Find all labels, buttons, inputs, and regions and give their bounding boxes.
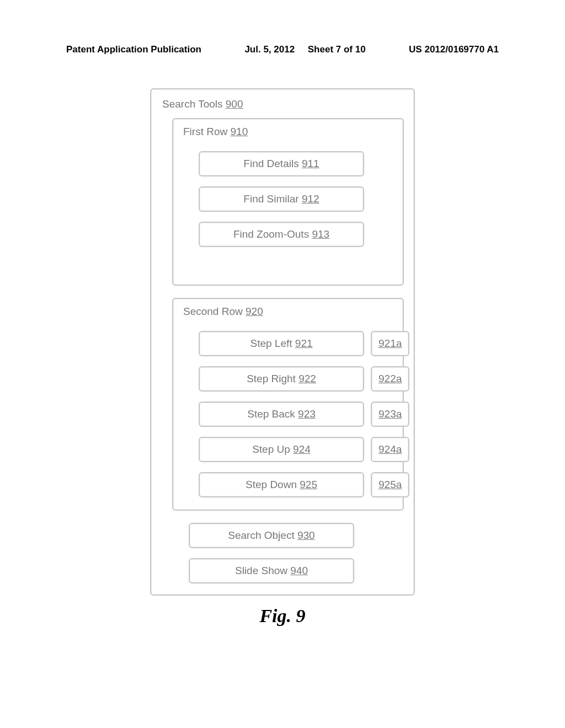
slide-show-label: Slide Show [235, 565, 287, 576]
header-sheet: Sheet 7 of 10 [308, 44, 366, 55]
step-right-ref: 922 [299, 373, 316, 384]
second-row-item: Step Down 925 925a [199, 472, 394, 497]
slide-show-ref: 940 [290, 565, 308, 576]
header-mid: Jul. 5, 2012 Sheet 7 of 10 [244, 44, 365, 55]
find-details-label: Find Details [243, 158, 299, 169]
step-back-aux: 923a [379, 408, 402, 420]
search-object-box: Search Object 930 [189, 523, 354, 548]
step-down-aux: 925a [379, 479, 402, 491]
search-tools-ref: 900 [226, 98, 243, 110]
second-row-item: Step Left 921 921a [199, 331, 394, 356]
first-row-item: Find Zoom-Outs 913 [199, 222, 394, 247]
step-up-aux-box: 924a [371, 437, 409, 462]
slide-show-box: Slide Show 940 [189, 558, 354, 584]
second-row-label: Second Row [183, 306, 243, 317]
step-left-aux-box: 921a [371, 331, 409, 356]
find-details-box: Find Details 911 [199, 151, 364, 176]
step-left-aux: 921a [379, 338, 402, 350]
page-header: Patent Application Publication Jul. 5, 2… [66, 44, 499, 55]
first-row-ref: 910 [231, 126, 248, 137]
step-down-label: Step Down [246, 479, 297, 490]
find-zoomouts-ref: 913 [312, 228, 329, 240]
step-down-aux-box: 925a [371, 472, 409, 497]
step-right-aux: 922a [379, 373, 402, 385]
find-similar-label: Find Similar [243, 193, 299, 205]
step-down-box: Step Down 925 [199, 472, 364, 497]
find-details-ref: 911 [302, 158, 319, 169]
second-row-title: Second Row 920 [183, 306, 394, 318]
step-back-aux-box: 923a [371, 402, 409, 427]
first-row-label: First Row [183, 126, 227, 137]
diagram: Search Tools 900 First Row 910 Find Deta… [150, 88, 415, 627]
figure-label: Fig. 9 [150, 606, 415, 627]
search-object-label: Search Object [228, 529, 294, 541]
second-row-box: Second Row 920 Step Left 921 921a Step R… [172, 298, 404, 511]
step-left-label: Step Left [250, 338, 292, 349]
step-left-box: Step Left 921 [199, 331, 364, 356]
find-similar-ref: 912 [302, 193, 319, 205]
find-zoomouts-box: Find Zoom-Outs 913 [199, 222, 364, 247]
search-object-ref: 930 [297, 529, 315, 541]
step-back-ref: 923 [298, 408, 316, 420]
find-similar-box: Find Similar 912 [199, 186, 364, 212]
header-left: Patent Application Publication [66, 44, 201, 55]
find-zoomouts-label: Find Zoom-Outs [233, 228, 309, 240]
header-right: US 2012/0169770 A1 [409, 44, 499, 55]
second-row-item: Step Up 924 924a [199, 437, 394, 462]
search-tools-label: Search Tools [162, 98, 223, 110]
step-up-label: Step Up [252, 443, 290, 455]
step-up-ref: 924 [293, 443, 311, 455]
search-tools-title: Search Tools 900 [162, 98, 404, 110]
step-left-ref: 921 [295, 338, 313, 349]
search-tools-box: Search Tools 900 First Row 910 Find Deta… [150, 88, 415, 596]
step-back-label: Step Back [247, 408, 295, 420]
first-row-item: Find Details 911 [199, 151, 394, 176]
step-right-box: Step Right 922 [199, 366, 364, 392]
second-row-item: Step Back 923 923a [199, 402, 394, 427]
first-row-box: First Row 910 Find Details 911 Find Simi… [172, 118, 404, 286]
step-down-ref: 925 [300, 479, 317, 490]
first-row-item: Find Similar 912 [199, 186, 394, 212]
second-row-ref: 920 [246, 306, 263, 317]
step-back-box: Step Back 923 [199, 402, 364, 427]
step-up-aux: 924a [379, 443, 402, 456]
step-right-label: Step Right [247, 373, 296, 384]
first-row-title: First Row 910 [183, 126, 394, 138]
header-date: Jul. 5, 2012 [244, 44, 295, 55]
second-row-item: Step Right 922 922a [199, 366, 394, 392]
patent-page: Patent Application Publication Jul. 5, 2… [0, 0, 565, 728]
step-up-box: Step Up 924 [199, 437, 364, 462]
step-right-aux-box: 922a [371, 366, 409, 392]
